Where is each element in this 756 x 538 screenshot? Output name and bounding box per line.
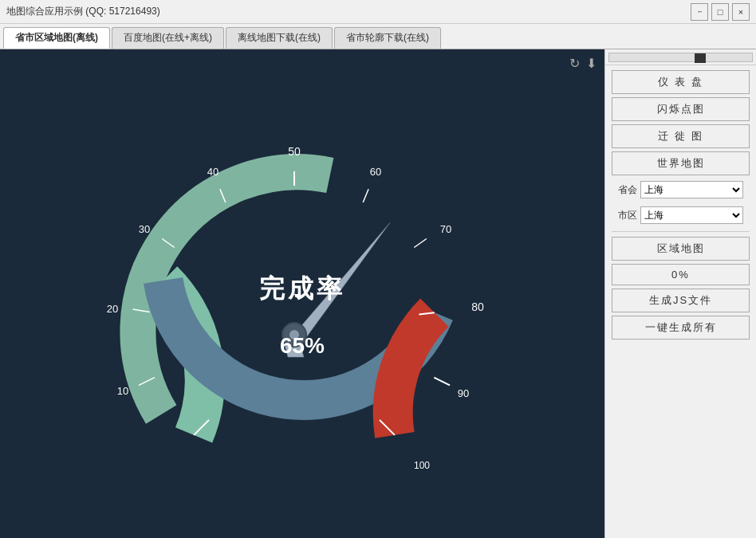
label-100: 100 bbox=[414, 460, 430, 470]
gauge-container: 0 10 20 bbox=[95, 104, 510, 486]
tab-offline-region[interactable]: 省市区域地图(离线) bbox=[3, 27, 110, 49]
download-icon[interactable]: ⬇ bbox=[586, 56, 597, 71]
dashboard-button[interactable]: 仪 表 盘 bbox=[612, 70, 750, 94]
label-90: 90 bbox=[458, 387, 469, 399]
tab-baidu-map[interactable]: 百度地图(在线+离线) bbox=[112, 27, 224, 49]
label-70: 70 bbox=[440, 223, 451, 235]
tick-10 bbox=[139, 377, 155, 385]
province-select[interactable]: 上海 北京 广东 浙江 bbox=[640, 181, 743, 198]
maximize-button[interactable]: □ bbox=[711, 3, 729, 21]
tick-40 bbox=[220, 189, 226, 202]
generate-button[interactable]: 生成JS文件 bbox=[612, 289, 750, 312]
district-row: 市区 上海 浦东新区 黄浦区 bbox=[612, 204, 750, 226]
minimize-button[interactable]: － bbox=[691, 3, 708, 21]
world-button[interactable]: 世界地图 bbox=[612, 151, 750, 175]
gauge-percent-label: 65% bbox=[280, 333, 325, 359]
right-panel: 仪 表 盘 闪烁点图 迁 徙 图 世界地图 省会 上海 北京 广东 浙江 市区 … bbox=[604, 49, 756, 538]
scrollbar-thumb[interactable] bbox=[695, 53, 706, 63]
title-bar: 地图综合应用示例 (QQ: 517216493) － □ × bbox=[0, 0, 756, 24]
label-60: 60 bbox=[370, 166, 381, 178]
district-select[interactable]: 上海 浦东新区 黄浦区 bbox=[640, 206, 743, 224]
tick-60 bbox=[363, 189, 368, 202]
close-button[interactable]: × bbox=[732, 3, 750, 21]
tick-70 bbox=[414, 238, 427, 247]
tab-province-outline[interactable]: 省市轮廓下载(在线) bbox=[334, 27, 441, 49]
title-controls: － □ × bbox=[691, 3, 750, 21]
gauge-title-label: 完成率 bbox=[259, 272, 345, 307]
gauge-toolbar: ↻ ⬇ bbox=[569, 56, 597, 71]
tab-bar: 省市区域地图(离线) 百度地图(在线+离线) 离线地图下载(在线) 省市轮廓下载… bbox=[0, 24, 756, 49]
tick-30 bbox=[162, 238, 175, 247]
label-50: 50 bbox=[288, 145, 301, 158]
generate-all-button[interactable]: 一键生成所有 bbox=[612, 316, 750, 340]
divider bbox=[612, 231, 750, 232]
scrollbar-track bbox=[608, 53, 753, 62]
refresh-icon[interactable]: ↻ bbox=[569, 56, 580, 71]
district-label: 市区 bbox=[618, 209, 637, 222]
tab-offline-download[interactable]: 离线地图下载(在线) bbox=[226, 27, 333, 49]
right-buttons: 仪 表 盘 闪烁点图 迁 徙 图 世界地图 省会 上海 北京 广东 浙江 市区 … bbox=[605, 65, 756, 344]
label-80: 80 bbox=[471, 300, 484, 313]
province-label: 省会 bbox=[618, 183, 637, 197]
flash-button[interactable]: 闪烁点图 bbox=[612, 97, 750, 121]
scrollbar-area[interactable] bbox=[605, 49, 756, 65]
migration-button[interactable]: 迁 徙 图 bbox=[612, 124, 750, 148]
label-10: 10 bbox=[117, 385, 128, 397]
gauge-arc-red bbox=[393, 312, 435, 435]
label-30: 30 bbox=[139, 223, 150, 235]
label-40: 40 bbox=[207, 166, 219, 178]
tick-20 bbox=[133, 308, 150, 312]
main-layout: ↻ ⬇ bbox=[0, 49, 756, 538]
gauge-panel: ↻ ⬇ bbox=[0, 49, 604, 538]
title-text: 地图综合应用示例 (QQ: 517216493) bbox=[6, 5, 160, 18]
province-row: 省会 上海 北京 广东 浙江 bbox=[612, 179, 750, 201]
label-20: 20 bbox=[107, 303, 118, 315]
region-button[interactable]: 区域地图 bbox=[612, 237, 750, 261]
tick-90 bbox=[434, 377, 450, 385]
progress-button[interactable]: 0% bbox=[612, 264, 750, 285]
